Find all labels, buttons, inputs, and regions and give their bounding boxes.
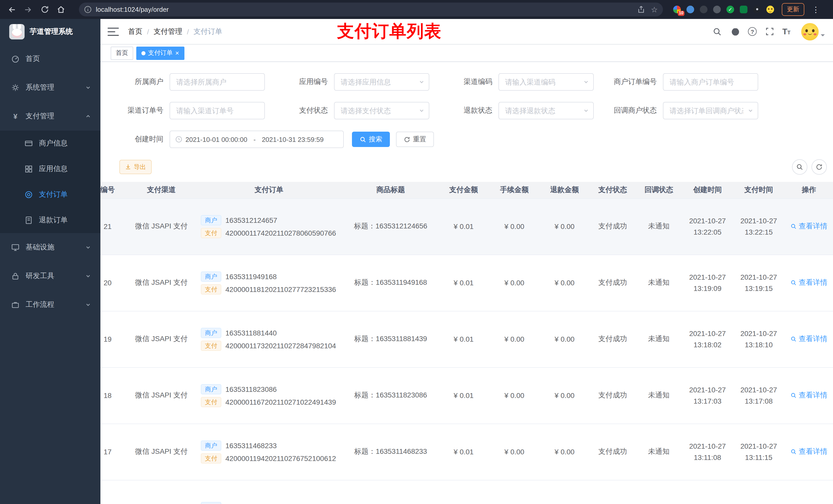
channel-code-select[interactable]	[498, 73, 594, 91]
sidebar-item-dev-tools[interactable]: 研发工具	[0, 262, 100, 290]
search-button[interactable]: 搜索	[352, 131, 390, 147]
user-avatar[interactable]	[801, 23, 825, 40]
pay-status: 支付成功	[590, 198, 636, 255]
browser-back-icon[interactable]	[5, 3, 19, 16]
export-button-label: 导出	[134, 163, 146, 171]
sidebar-item-label: 退款订单	[39, 216, 68, 225]
sidebar-item-label: 基础设施	[26, 243, 54, 252]
tab-pay-order[interactable]: 支付订单 ×	[136, 46, 184, 60]
pay-badge: 支付	[201, 228, 221, 238]
product-title: 标题：1635311949168	[343, 255, 438, 311]
site-info-icon[interactable]	[84, 6, 92, 13]
sidebar-item-pay-order[interactable]: 支付订单	[0, 182, 100, 208]
refresh-button[interactable]	[811, 159, 827, 175]
export-button[interactable]: 导出	[119, 160, 152, 174]
view-detail-link[interactable]: 查看详情	[790, 447, 827, 456]
address-bar[interactable]: localhost:1024/pay/order ☆	[79, 3, 663, 16]
ext-emoji-icon[interactable]	[766, 6, 774, 13]
date-separator: -	[250, 136, 259, 143]
ext-blue-icon[interactable]	[687, 6, 694, 13]
pay-amount: ¥ 0.01	[438, 311, 489, 367]
refund-status-select[interactable]	[498, 102, 594, 119]
view-detail-link[interactable]: 查看详情	[790, 391, 827, 400]
filter-label: 所属商户	[100, 77, 170, 87]
sidebar-item-workflow[interactable]: 工作流程	[0, 290, 100, 319]
table-header-row: 编号 支付渠道 支付订单 商品标题 支付金额 手续金额 退款金额 支付状态 回调…	[100, 182, 833, 198]
tab-label: 支付订单	[148, 49, 173, 57]
annotation-title: 支付订单列表	[337, 20, 442, 43]
ext-green-square-icon[interactable]	[740, 6, 747, 13]
help-icon[interactable]: ?	[748, 27, 757, 36]
app-logo[interactable]: 芋道管理系统	[0, 19, 100, 45]
ext-colorful-icon[interactable]: 10	[673, 6, 681, 13]
pay-order-no: 4200001167202110271022491439	[225, 398, 336, 406]
pay-badge: 支付	[201, 340, 221, 351]
browser-forward-icon[interactable]	[22, 3, 35, 16]
view-detail-link[interactable]: 查看详情	[790, 278, 827, 287]
create-time: 13:19:09	[682, 283, 733, 294]
search-button-label: 搜索	[369, 135, 382, 144]
sidebar-toggle-icon[interactable]	[108, 27, 119, 35]
close-icon[interactable]: ×	[175, 50, 179, 56]
tab-home[interactable]: 首页	[111, 46, 133, 60]
view-detail-link[interactable]: 查看详情	[790, 222, 827, 231]
col-title: 商品标题	[343, 182, 438, 198]
browser-update-button[interactable]: 更新	[782, 3, 804, 16]
col-amount: 支付金额	[438, 182, 489, 198]
notify-status-select[interactable]	[663, 102, 758, 119]
top-navbar: 首页 / 支付管理 / 支付订单 支付订单列表 ?	[100, 19, 833, 45]
sidebar-item-home[interactable]: 首页	[0, 45, 100, 73]
create-time-range-input[interactable]: 2021-10-01 00:00:00 - 2021-10-31 23:59:5…	[170, 130, 344, 148]
sidebar-item-merchant-info[interactable]: 商户信息	[0, 130, 100, 156]
github-icon[interactable]	[730, 26, 740, 37]
sidebar-item-app-info[interactable]: 应用信息	[0, 156, 100, 182]
avatar-emoji	[801, 23, 819, 40]
breadcrumb-section[interactable]: 支付管理	[154, 27, 182, 36]
merchant-filter-input[interactable]	[170, 73, 265, 91]
sidebar-item-refund-order[interactable]: 退款订单	[0, 208, 100, 233]
merchant-order-no: 1635311823086	[225, 385, 277, 393]
pay-time: 13:11:15	[733, 452, 784, 463]
browser-home-icon[interactable]	[54, 3, 68, 16]
sidebar-item-infrastructure[interactable]: 基础设施	[0, 233, 100, 262]
create-time: 13:18:02	[682, 339, 733, 350]
url-text: localhost:1024/pay/order	[96, 6, 637, 13]
pay-status-select[interactable]	[334, 102, 429, 119]
view-detail-link[interactable]: 查看详情	[790, 334, 827, 344]
breadcrumb-home[interactable]: 首页	[128, 27, 142, 36]
bookmark-star-icon[interactable]: ☆	[651, 5, 658, 14]
gear-icon	[11, 83, 20, 92]
fullscreen-icon[interactable]	[764, 26, 775, 37]
sidebar-item-system[interactable]: 系统管理	[0, 73, 100, 102]
col-create-time: 创建时间	[682, 182, 733, 198]
table-row: 17 微信 JSAPI 支付 商户1635311468233 支付4200001…	[100, 424, 833, 480]
font-size-icon[interactable]: TT	[782, 27, 790, 35]
app-id-select[interactable]	[334, 73, 429, 91]
sidebar: 芋道管理系统 首页 系统管理 ¥ 支付管理	[0, 19, 100, 504]
table-row: 19 微信 JSAPI 支付 商户1635311881440 支付4200001…	[100, 311, 833, 367]
sidebar-item-label: 首页	[26, 54, 40, 64]
sidebar-item-payment[interactable]: ¥ 支付管理	[0, 102, 100, 130]
date-end: 2021-10-31 23:59:59	[262, 136, 324, 143]
reset-button[interactable]: 重置	[396, 131, 434, 147]
toggle-search-button[interactable]	[792, 159, 807, 175]
chevron-down-icon	[85, 302, 91, 308]
ext-green-check-icon[interactable]: ✓	[727, 6, 734, 13]
browser-reload-icon[interactable]	[38, 3, 51, 16]
ext-dark-icon-2[interactable]	[713, 6, 721, 13]
page-content: 所属商户 应用编号 渠道编码	[100, 62, 833, 504]
view-detail-label: 查看详情	[799, 334, 827, 344]
pay-time: 13:22:15	[733, 226, 784, 238]
browser-menu-icon[interactable]: ⋮	[810, 5, 822, 14]
briefcase-icon	[11, 301, 20, 309]
ext-dark-icon-1[interactable]	[700, 6, 708, 13]
share-icon[interactable]	[637, 6, 645, 13]
order-id: 21	[100, 198, 128, 255]
channel-order-no-input[interactable]	[170, 102, 265, 119]
product-title: 标题：1635311881439	[343, 311, 438, 367]
search-icon[interactable]	[712, 26, 722, 37]
fee-amount: ¥ 0.00	[489, 367, 540, 424]
pay-date: 2021-10-27	[733, 328, 784, 339]
ext-pin-icon[interactable]	[753, 6, 761, 13]
merchant-order-no-input[interactable]	[663, 73, 758, 91]
